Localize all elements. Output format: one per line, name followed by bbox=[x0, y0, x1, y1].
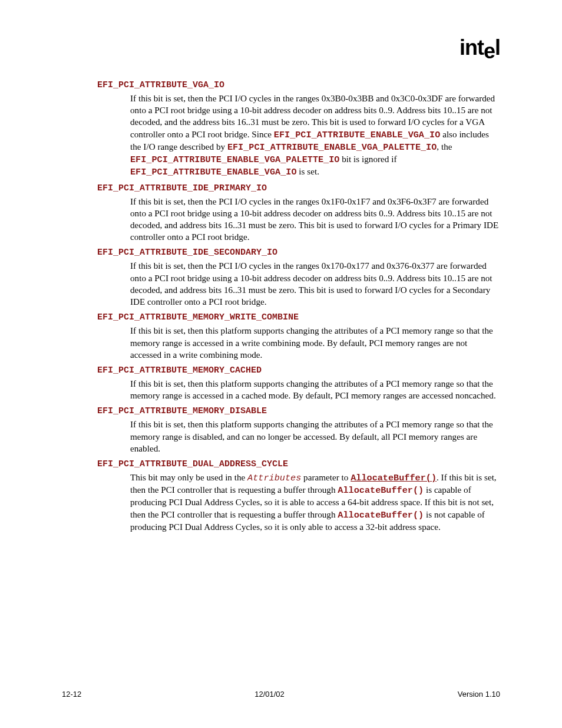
body-text: is set. bbox=[297, 166, 319, 176]
definition-term: EFI_PCI_ATTRIBUTE_IDE_PRIMARY_IO bbox=[97, 183, 500, 193]
page-footer: 12-12 12/01/02 Version 1.10 bbox=[62, 690, 500, 699]
code-parameter: Attributes bbox=[247, 473, 301, 483]
code-identifier: EFI_PCI_ATTRIBUTE_ENABLE_VGA_IO bbox=[130, 167, 297, 177]
definition-term: EFI_PCI_ATTRIBUTE_MEMORY_WRITE_COMBINE bbox=[97, 312, 500, 322]
body-text: If this bit is set, then the PCI I/O cyc… bbox=[130, 261, 492, 307]
definition-description: If this bit is set, then this platform s… bbox=[130, 378, 500, 401]
footer-date: 12/01/02 bbox=[254, 690, 285, 699]
body-text: This bit may only be used in the bbox=[130, 472, 247, 482]
body-text: If this bit is set, then this platform s… bbox=[130, 378, 496, 400]
page-content: intel EFI_PCI_ATTRIBUTE_VGA_IOIf this bi… bbox=[0, 0, 562, 533]
code-link[interactable]: AllocateBuffer() bbox=[351, 473, 437, 483]
definition-description: If this bit is set, then the PCI I/O cyc… bbox=[130, 260, 500, 308]
definition-term: EFI_PCI_ATTRIBUTE_VGA_IO bbox=[97, 80, 500, 90]
body-text: bit is ignored if bbox=[339, 154, 396, 164]
body-text: parameter to bbox=[301, 472, 351, 482]
body-text: , the bbox=[437, 141, 452, 151]
definition-description: If this bit is set, then the PCI I/O cyc… bbox=[130, 196, 500, 243]
definition-term: EFI_PCI_ATTRIBUTE_DUAL_ADDRESS_CYCLE bbox=[97, 459, 500, 469]
definition-term: EFI_PCI_ATTRIBUTE_IDE_SECONDARY_IO bbox=[97, 248, 500, 258]
body-text: If this bit is set, then this platform s… bbox=[130, 325, 493, 359]
definition-term: EFI_PCI_ATTRIBUTE_MEMORY_DISABLE bbox=[97, 406, 500, 416]
code-identifier: EFI_PCI_ATTRIBUTE_ENABLE_VGA_PALETTE_IO bbox=[130, 154, 339, 165]
footer-version: Version 1.10 bbox=[458, 690, 500, 699]
code-identifier: EFI_PCI_ATTRIBUTE_ENABLE_VGA_PALETTE_IO bbox=[227, 142, 437, 153]
body-text: If this bit is set, then the PCI I/O cyc… bbox=[130, 196, 498, 242]
body-text: If this bit is set, then this platform s… bbox=[130, 419, 493, 453]
code-identifier: AllocateBuffer() bbox=[338, 510, 424, 521]
footer-page-number: 12-12 bbox=[62, 690, 81, 699]
definition-term: EFI_PCI_ATTRIBUTE_MEMORY_CACHED bbox=[97, 365, 500, 375]
code-identifier: EFI_PCI_ATTRIBUTE_ENABLE_VGA_IO bbox=[274, 130, 441, 140]
definition-description: If this bit is set, then this platform s… bbox=[130, 325, 500, 361]
definition-description: If this bit is set, then the PCI I/O cyc… bbox=[130, 93, 500, 179]
code-identifier: AllocateBuffer() bbox=[338, 485, 424, 496]
intel-logo: intel bbox=[62, 35, 500, 60]
definition-description: If this bit is set, then this platform s… bbox=[130, 419, 500, 454]
definition-description: This bit may only be used in the Attribu… bbox=[130, 472, 500, 533]
